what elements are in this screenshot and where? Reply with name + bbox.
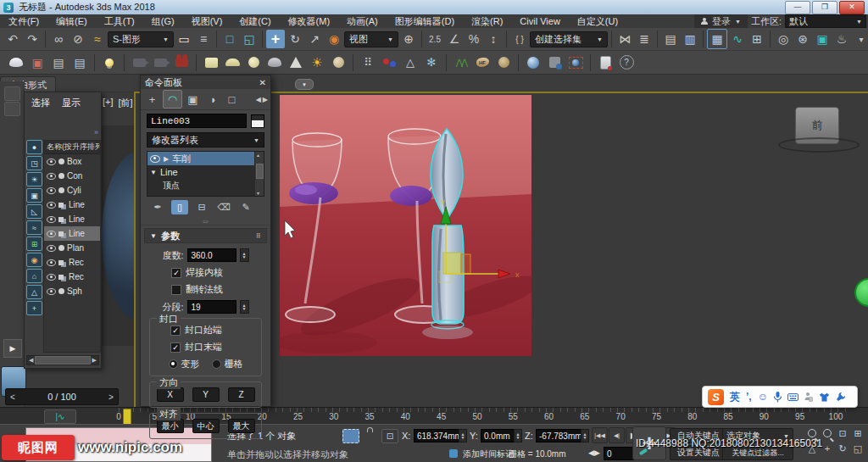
visibility-eye-icon[interactable] [47,259,56,266]
zoom-extents-all-icon[interactable]: ⊞ [851,426,865,440]
panel-resize-grip[interactable]: ▭ [141,218,270,225]
menu-item[interactable]: 动画(A) [338,16,387,26]
unlink-selection-icon[interactable] [69,30,87,48]
ime-tools-icon[interactable] [836,392,846,402]
curve-editor-icon[interactable] [728,30,747,48]
render-teapot-icon[interactable] [7,53,25,72]
viewport-label[interactable]: [+] [前] [103,97,133,109]
camera-create-icon[interactable] [130,53,148,72]
material-editor-icon[interactable] [774,30,793,48]
direction-z-button[interactable]: Z [228,387,255,402]
direction-y-button[interactable]: Y [192,387,220,402]
list-item[interactable]: Rec [44,270,100,284]
filter-geometry-icon[interactable]: ● [26,140,42,154]
orbit-icon[interactable]: ↻ [836,442,849,455]
pin-stack-icon[interactable]: ✒ [149,200,166,214]
visibility-eye-icon[interactable] [47,159,56,165]
add-time-tag-label[interactable]: 添加时间标记 [463,448,514,460]
zoom-extents-icon[interactable]: ⊡ [836,426,849,440]
material-override-icon[interactable] [545,53,564,72]
teapot-primitive-icon[interactable] [265,53,284,72]
filter-lights-icon[interactable]: ☀ [26,172,42,186]
menu-item[interactable]: 渲染(R) [463,16,511,26]
degrees-field[interactable]: 360.0 [187,248,236,262]
list-item[interactable]: Con [44,169,100,183]
ribbon-toggle-icon[interactable] [707,29,727,49]
spinner-control[interactable]: ▲▼ [240,248,249,262]
environment-dialog-icon[interactable] [70,53,89,72]
reference-coordinate-dropdown[interactable]: 视图 ▼ [344,31,398,47]
parameters-rollout-header[interactable]: ▼ 参数 ⠿ [144,228,267,243]
dome-primitive-icon[interactable] [223,53,242,72]
stack-item-line[interactable]: ▼ Line [147,165,264,179]
sunlight-icon[interactable] [308,53,326,72]
list-item[interactable]: Line [44,198,100,212]
select-object-icon[interactable] [175,30,193,48]
tabs-scroll-right-icon[interactable]: ▶ [263,96,268,103]
maximize-viewport-icon[interactable]: ◱ [851,442,865,455]
layer-explorer-icon[interactable] [681,30,699,48]
align-center-button[interactable]: 中心 [192,419,220,433]
spinner-control[interactable]: ▲▼ [581,429,589,443]
morph-radio[interactable] [169,359,178,369]
tab-display-icon[interactable]: □ [223,91,241,108]
menu-item[interactable]: 工具(T) [96,16,143,26]
restore-button[interactable]: ❐ [812,1,837,14]
render-setup-icon[interactable] [793,30,812,48]
menu-item[interactable]: 组(G) [143,16,183,26]
title-bar[interactable]: 3 无标题 - Autodesk 3ds Max 2018 — ❐ ✕ [0,0,868,14]
viewcube-face-label[interactable]: 前 [812,118,823,133]
close-icon[interactable]: ✕ [259,78,266,87]
previous-frame-icon[interactable]: < [6,392,19,402]
modifier-visibility-icon[interactable] [150,155,160,163]
dynamics-icon[interactable] [380,53,398,72]
ime-emoji-icon[interactable]: ☺ [758,391,768,403]
menu-item[interactable]: 创建(C) [231,16,279,26]
minimize-button[interactable]: — [785,1,810,14]
previous-key-button[interactable]: ◀| [609,427,625,443]
use-pivot-center-icon[interactable] [399,30,418,48]
explorer-tab[interactable]: 选择 [31,97,50,109]
list-item[interactable]: Rec [44,255,100,270]
filter-helpers-icon[interactable]: ◺ [26,204,42,219]
cap-start-checkbox[interactable]: ✓ [170,326,181,336]
filter-others-icon[interactable]: + [26,301,42,315]
explorer-overflow-icon[interactable]: » [94,128,98,136]
ime-microphone-icon[interactable] [774,392,782,403]
tabs-scroll-left-icon[interactable]: ◀ [256,96,261,103]
help-icon[interactable]: ? [617,53,636,72]
select-and-place-icon[interactable] [325,30,343,48]
render-presets-icon[interactable] [49,53,68,72]
ime-skin-icon[interactable] [819,392,830,402]
object-name-field[interactable]: Line003 [147,114,247,128]
zoom-all-icon[interactable] [821,426,834,440]
make-unique-icon[interactable]: ⊟ [193,200,210,214]
tab-motion-icon[interactable]: ◑ [203,91,221,108]
cap-end-checkbox[interactable]: ✓ [170,342,181,353]
undo-icon[interactable] [3,30,22,48]
bind-to-spacewarp-icon[interactable] [88,30,107,48]
target-camera-icon[interactable] [151,53,170,72]
selection-filter-dropdown[interactable]: S-图形 ▼ [108,31,174,47]
align-max-button[interactable]: 最大 [228,419,255,433]
particle-system-icon[interactable] [359,53,377,72]
menu-item[interactable]: 修改器(M) [280,16,339,26]
terrain-icon[interactable] [494,53,513,72]
configure-modifier-sets-icon[interactable]: ✎ [237,200,254,214]
viewport-pov-menu[interactable]: [前] [119,97,133,109]
isolate-selection-icon[interactable] [342,429,359,443]
show-end-result-icon[interactable]: ▯ [171,200,188,214]
foliage-icon[interactable] [452,53,470,72]
menu-item[interactable]: 编辑(E) [47,16,96,26]
stack-scrollbar[interactable] [254,152,264,196]
visibility-eye-icon[interactable] [47,173,56,180]
ime-punctuation-icon[interactable]: ’, [746,391,752,403]
modifier-list-dropdown[interactable]: 修改器列表 ▼ [147,132,264,148]
circle-shape-icon[interactable] [244,53,263,72]
viewport-general-menu[interactable]: [+] [103,97,114,109]
explorer-tab[interactable]: 显示 [62,97,81,109]
close-button[interactable]: ✕ [839,1,865,14]
window-crossing-icon[interactable] [240,30,259,48]
time-slider-handle[interactable] [123,409,131,426]
align-min-button[interactable]: 最小 [157,419,184,433]
